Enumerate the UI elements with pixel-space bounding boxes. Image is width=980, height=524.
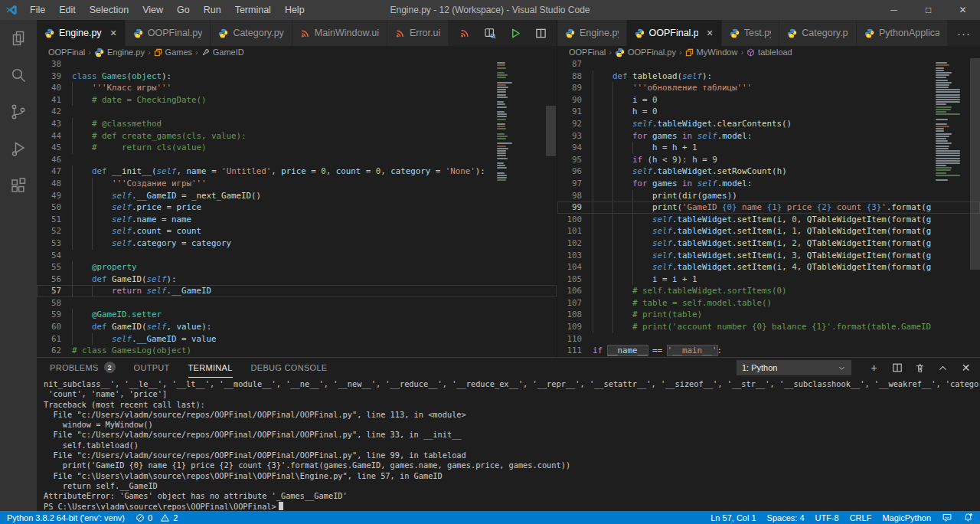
tab-pythonapplicati[interactable]: PythonApplicati xyxy=(857,20,948,46)
terminal-output[interactable]: nit_subclass__', '__le__', '__lt__', '__… xyxy=(37,378,980,511)
code-editor-left[interactable]: 3839class Games(object):40 '''Класс игры… xyxy=(37,58,557,357)
tab-label: Category.py xyxy=(233,28,283,38)
menu-help[interactable]: Help xyxy=(278,0,312,20)
menu-edit[interactable]: Edit xyxy=(52,0,83,20)
breadcrumb-item-oopfinal[interactable]: OOPFinal xyxy=(48,47,85,57)
tab-error-ui[interactable]: Error.ui xyxy=(387,20,449,46)
close-icon[interactable]: ✕ xyxy=(946,0,980,20)
kill-terminal-icon[interactable] xyxy=(913,362,926,375)
breadcrumb-item-oopfinal[interactable]: OOPFinal xyxy=(569,47,606,57)
line-number: 104 xyxy=(557,261,582,273)
tab-label: Engine.py xyxy=(59,28,102,38)
breadcrumb-item-gameid[interactable]: GameID xyxy=(201,47,244,57)
menu-view[interactable]: View xyxy=(136,0,170,20)
line-number: 50 xyxy=(37,201,61,214)
tab-mainwindow-ui[interactable]: MainWindow.ui xyxy=(292,20,387,46)
language-mode[interactable]: MagicPython xyxy=(882,513,931,522)
problems-status[interactable]: 0 2 xyxy=(136,513,178,522)
overflow-tab-feed-icon[interactable] xyxy=(458,26,472,40)
python-icon xyxy=(565,28,575,38)
editor-area: Engine.py✕OOPFinal.pyCategory.pyMainWind… xyxy=(37,20,980,357)
more-actions-icon[interactable]: ··· xyxy=(957,26,971,40)
problems-count-badge: 2 xyxy=(104,362,116,373)
feedback-icon[interactable] xyxy=(942,513,952,522)
split-terminal-icon[interactable] xyxy=(890,362,903,375)
line-number: 102 xyxy=(557,237,582,250)
minimap-left[interactable] xyxy=(497,60,544,357)
tab-oopfinal-py[interactable]: OOPFinal.py xyxy=(126,20,211,46)
python-interpreter-status[interactable]: Python 3.8.2 64-bit ('env': venv) xyxy=(7,513,125,522)
open-preview-icon[interactable] xyxy=(483,26,497,40)
terminal-line: File "c:\Users\vladm\source\repos\OOPFin… xyxy=(44,471,980,481)
indentation[interactable]: Spaces: 4 xyxy=(767,513,805,522)
line-number: 58 xyxy=(37,297,61,309)
new-terminal-icon[interactable]: + xyxy=(867,362,880,375)
line-number: 46 xyxy=(37,154,61,166)
menu-run[interactable]: Run xyxy=(197,0,228,20)
breadcrumb-item-oopfinal-py[interactable]: OOPFinal.py xyxy=(615,47,676,57)
menu-go[interactable]: Go xyxy=(170,0,197,20)
explorer-icon[interactable] xyxy=(9,29,28,47)
panel-tab-problems[interactable]: PROBLEMS2 xyxy=(50,358,116,378)
terminal-select[interactable]: 1: Python xyxy=(737,360,851,375)
tab-category-py[interactable]: Category.py xyxy=(211,20,292,46)
scrollbar-right[interactable] xyxy=(970,58,980,270)
code-line-91: 91 h = 0 xyxy=(557,106,980,118)
cursor-position[interactable]: Ln 57, Col 1 xyxy=(710,513,756,522)
breadcrumb-separator: › xyxy=(88,47,91,57)
line-number: 55 xyxy=(37,261,61,273)
maximize-panel-icon[interactable] xyxy=(936,362,949,375)
search-icon[interactable] xyxy=(9,66,28,84)
menu-file[interactable]: File xyxy=(23,0,52,20)
source-control-icon[interactable] xyxy=(9,103,28,121)
python-icon xyxy=(94,47,104,57)
close-tab-icon[interactable]: ✕ xyxy=(707,28,714,38)
menu-terminal[interactable]: Terminal xyxy=(228,0,278,20)
run-debug-icon[interactable] xyxy=(9,139,28,158)
code-line-107: 107 # table = self.model.table() xyxy=(557,297,980,309)
minimize-icon[interactable]: ─ xyxy=(877,0,911,20)
line-number: 53 xyxy=(37,237,61,250)
split-editor-icon[interactable] xyxy=(534,26,547,40)
property-icon xyxy=(201,48,210,57)
breadcrumb-item-tableload[interactable]: tableload xyxy=(746,47,792,57)
encoding[interactable]: UTF-8 xyxy=(815,513,839,522)
code-line-48: 48 '''Создание игры''' xyxy=(37,178,557,190)
menu-selection[interactable]: Selection xyxy=(83,0,136,20)
scrollbar-left[interactable] xyxy=(546,106,556,156)
code-editor-right[interactable]: 8788 def tableload(self):89 '''обновлени… xyxy=(557,58,980,357)
run-python-file-icon[interactable] xyxy=(508,26,522,40)
code-line-53: 53 self.category = category xyxy=(37,237,557,250)
bottom-panel: PROBLEMS2OUTPUTTERMINALDEBUG CONSOLE 1: … xyxy=(37,357,980,511)
code-line-62: 62# class GamesLog(object) xyxy=(37,345,557,357)
tab-oopfinal-py[interactable]: OOPFinal.py✕ xyxy=(627,20,722,46)
extensions-icon[interactable] xyxy=(9,176,28,195)
eol-sequence[interactable]: CRLF xyxy=(850,513,872,522)
line-number: 97 xyxy=(557,178,582,190)
code-line-38: 38 xyxy=(37,58,557,70)
breadcrumb-item-engine-py[interactable]: Engine.py xyxy=(94,47,145,57)
line-number: 41 xyxy=(37,94,61,106)
minimap-right[interactable] xyxy=(936,60,969,357)
tab-category-py[interactable]: Category.py xyxy=(779,20,857,46)
close-tab-icon[interactable]: ✕ xyxy=(110,28,117,38)
panel-tab-output[interactable]: OUTPUT xyxy=(134,358,170,378)
tab-engine-py[interactable]: Engine.py xyxy=(557,20,627,46)
breadcrumb-item-games[interactable]: Games xyxy=(154,47,192,57)
notifications-bell-icon[interactable] xyxy=(963,513,973,522)
line-number: 43 xyxy=(37,118,61,130)
python-icon xyxy=(730,28,740,38)
code-line-51: 51 self.name = name xyxy=(37,214,557,226)
panel-tab-terminal[interactable]: TERMINAL xyxy=(188,358,233,378)
tab-label: Test.py xyxy=(744,28,772,38)
tab-label: MainWindow.ui xyxy=(315,28,379,38)
tab-test-py[interactable]: Test.py xyxy=(722,20,780,46)
breadcrumb-item-mywindow[interactable]: MyWindow xyxy=(685,47,738,57)
editor-actions-left: ··· xyxy=(449,20,557,46)
panel-tab-debug-console[interactable]: DEBUG CONSOLE xyxy=(251,358,328,378)
code-line-60: 60 def GameID(self, value): xyxy=(37,321,557,333)
maximize-icon[interactable]: □ xyxy=(911,0,946,20)
code-line-100: 100 self.tableWidget.setItem(i, 0, QTabl… xyxy=(557,214,980,226)
tab-engine-py[interactable]: Engine.py✕ xyxy=(37,20,126,46)
close-panel-icon[interactable]: ✕ xyxy=(959,362,972,375)
